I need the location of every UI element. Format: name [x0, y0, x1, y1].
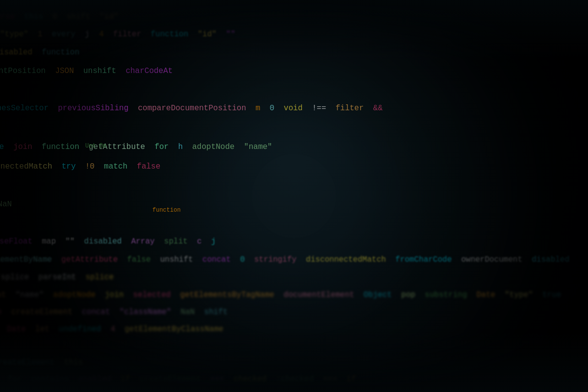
code-text-canvas: [0, 0, 588, 392]
code-visualization: [0, 0, 588, 392]
